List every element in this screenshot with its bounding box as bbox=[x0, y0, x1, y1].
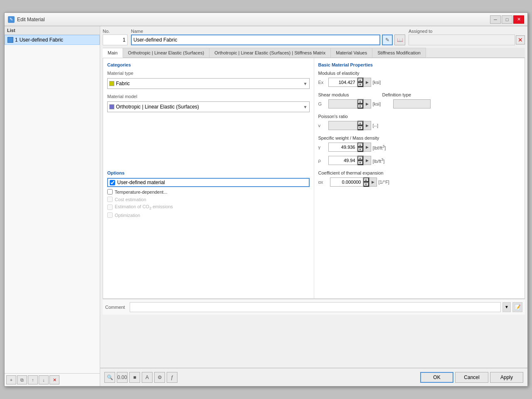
rho-spin-up[interactable]: ▲ bbox=[357, 156, 363, 160]
user-defined-checkbox[interactable] bbox=[110, 180, 115, 185]
gamma-spin-down[interactable]: ▼ bbox=[357, 147, 363, 152]
assigned-input[interactable] bbox=[409, 34, 515, 45]
poisson-label: Poisson's ratio bbox=[318, 114, 521, 119]
ok-button[interactable]: OK bbox=[420, 372, 453, 383]
duplicate-button[interactable]: ⧉ bbox=[17, 375, 27, 384]
decimal-button[interactable]: 0.00 bbox=[117, 372, 128, 383]
alpha-unit: [1/°F] bbox=[379, 180, 389, 185]
tab-material-values[interactable]: Material Values bbox=[331, 48, 372, 57]
rho-spin-down[interactable]: ▼ bbox=[357, 160, 363, 165]
list-item[interactable]: 1 User-defined Fabric bbox=[5, 35, 100, 45]
cost-estimation-checkbox[interactable] bbox=[107, 197, 113, 202]
alpha-spin-up[interactable]: ▲ bbox=[363, 177, 369, 182]
rho-input[interactable] bbox=[328, 156, 357, 165]
ex-spinner: ▲ ▼ bbox=[357, 77, 364, 87]
delete-button[interactable]: ✕ bbox=[49, 375, 59, 384]
g-input[interactable] bbox=[328, 99, 357, 108]
no-field-group: No. bbox=[103, 29, 128, 45]
co2-checkbox[interactable] bbox=[107, 204, 113, 210]
text-button[interactable]: A bbox=[142, 372, 153, 383]
no-input[interactable] bbox=[103, 34, 128, 45]
material-type-dropdown[interactable]: Fabric ▼ bbox=[107, 78, 310, 89]
options-title: Options bbox=[107, 170, 310, 175]
temp-dependent-label[interactable]: Temperature-dependent... bbox=[115, 190, 167, 195]
search-bottom-button[interactable]: 🔍 bbox=[104, 372, 115, 383]
ex-spin-down[interactable]: ▼ bbox=[357, 82, 363, 87]
optimization-checkbox[interactable] bbox=[107, 212, 113, 218]
definition-type-input[interactable] bbox=[393, 99, 431, 108]
clear-assigned-button[interactable]: ✕ bbox=[516, 35, 525, 44]
alpha-input-wrapper: ▲ ▼ ▶ bbox=[330, 177, 377, 187]
tab-ortho1[interactable]: Orthotropic | Linear Elastic (Surfaces) bbox=[123, 48, 209, 57]
book-button[interactable]: 📖 bbox=[394, 34, 405, 45]
gamma-arrow-button[interactable]: ▶ bbox=[364, 143, 371, 152]
modulus-group: Modulus of elasticity Ex ▲ ▼ ▶ bbox=[318, 71, 521, 87]
sidebar-header: List bbox=[5, 26, 100, 35]
v-arrow-button[interactable]: ▶ bbox=[364, 121, 371, 130]
cost-estimation-label[interactable]: Cost estimation bbox=[115, 197, 146, 202]
apply-button[interactable]: Apply bbox=[490, 372, 523, 383]
assigned-field-group: Assigned to ✕ bbox=[409, 29, 525, 45]
user-defined-checkbox-row: User-defined material bbox=[107, 178, 310, 187]
g-unit: [ksi] bbox=[373, 101, 381, 106]
function-button[interactable]: ƒ bbox=[167, 372, 177, 383]
user-defined-label[interactable]: User-defined material bbox=[117, 180, 165, 185]
ex-input[interactable] bbox=[328, 78, 357, 87]
alpha-label: αx bbox=[318, 180, 328, 185]
rho-unit: [lb/ft3] bbox=[373, 158, 385, 164]
window-title: Edit Material bbox=[17, 17, 45, 22]
material-model-dropdown[interactable]: Orthotropic | Linear Elastic (Surfaces) … bbox=[107, 101, 310, 112]
comment-dropdown-button[interactable]: ▼ bbox=[502, 302, 511, 312]
list-item-label: User-defined Fabric bbox=[20, 37, 63, 43]
move-down-button[interactable]: ↓ bbox=[39, 375, 49, 384]
co2-label[interactable]: Estimation of CO2 emissions bbox=[115, 204, 173, 210]
cancel-button[interactable]: Cancel bbox=[455, 372, 488, 383]
temp-dependent-checkbox-row: Temperature-dependent... bbox=[107, 189, 310, 195]
optimization-label[interactable]: Optimization bbox=[115, 213, 140, 218]
minimize-button[interactable]: ─ bbox=[490, 15, 501, 24]
view-button[interactable]: ■ bbox=[129, 372, 140, 383]
g-spin-up[interactable]: ▲ bbox=[357, 99, 363, 104]
edit-name-button[interactable]: ✎ bbox=[382, 34, 393, 45]
comment-input[interactable] bbox=[130, 302, 501, 312]
settings-bottom-button[interactable]: ⚙ bbox=[154, 372, 165, 383]
specific-weight-group: Specific weight / Mass density γ ▲ ▼ bbox=[318, 135, 521, 165]
comment-tool-button[interactable]: 📝 bbox=[512, 302, 522, 312]
v-unit: [--] bbox=[373, 123, 378, 128]
title-bar: ✎ Edit Material ─ □ ✕ bbox=[5, 13, 527, 26]
ex-arrow-button[interactable]: ▶ bbox=[364, 78, 371, 87]
gamma-spin-up[interactable]: ▲ bbox=[357, 143, 363, 147]
v-label: v bbox=[318, 123, 327, 128]
material-model-value: Orthotropic | Linear Elastic (Surfaces) bbox=[116, 104, 199, 110]
left-section: Categories Material type Fabric ▼ bbox=[103, 58, 314, 298]
alpha-input[interactable] bbox=[330, 177, 363, 187]
co2-checkbox-row: Estimation of CO2 emissions bbox=[107, 204, 310, 210]
tab-stiffness-mod[interactable]: Stiffness Modification bbox=[372, 48, 426, 57]
v-spin-down[interactable]: ▼ bbox=[357, 126, 363, 130]
g-arrow-button[interactable]: ▶ bbox=[364, 99, 371, 108]
panel-body: Categories Material type Fabric ▼ bbox=[103, 58, 525, 299]
assigned-wrapper: ✕ bbox=[409, 34, 525, 45]
add-item-button[interactable]: + bbox=[6, 375, 16, 384]
gamma-input[interactable] bbox=[328, 143, 357, 152]
material-model-color bbox=[109, 104, 114, 109]
rho-arrow-button[interactable]: ▶ bbox=[364, 156, 371, 165]
no-label: No. bbox=[103, 29, 128, 34]
right-panel: No. Name ✎ 📖 Assigned to bbox=[100, 26, 527, 386]
tab-ortho2[interactable]: Orthotropic | Linear Elastic (Surfaces) … bbox=[209, 48, 331, 57]
alpha-arrow-button[interactable]: ▶ bbox=[369, 177, 377, 187]
name-input[interactable] bbox=[131, 34, 380, 45]
move-up-button[interactable]: ↑ bbox=[28, 375, 38, 384]
v-input[interactable] bbox=[328, 121, 357, 130]
maximize-button[interactable]: □ bbox=[502, 15, 512, 24]
ex-spin-up[interactable]: ▲ bbox=[357, 78, 363, 82]
cost-estimation-checkbox-row: Cost estimation bbox=[107, 197, 310, 202]
close-button[interactable]: ✕ bbox=[513, 15, 524, 24]
name-wrapper: ✎ 📖 bbox=[131, 34, 405, 45]
alpha-spin-down[interactable]: ▼ bbox=[363, 182, 369, 187]
tab-main[interactable]: Main bbox=[103, 48, 123, 58]
shear-group: Shear modulus Definition type G ▲ bbox=[318, 92, 521, 109]
temp-dependent-checkbox[interactable] bbox=[107, 189, 113, 195]
v-spin-up[interactable]: ▲ bbox=[357, 121, 363, 126]
g-spin-down[interactable]: ▼ bbox=[357, 104, 363, 108]
